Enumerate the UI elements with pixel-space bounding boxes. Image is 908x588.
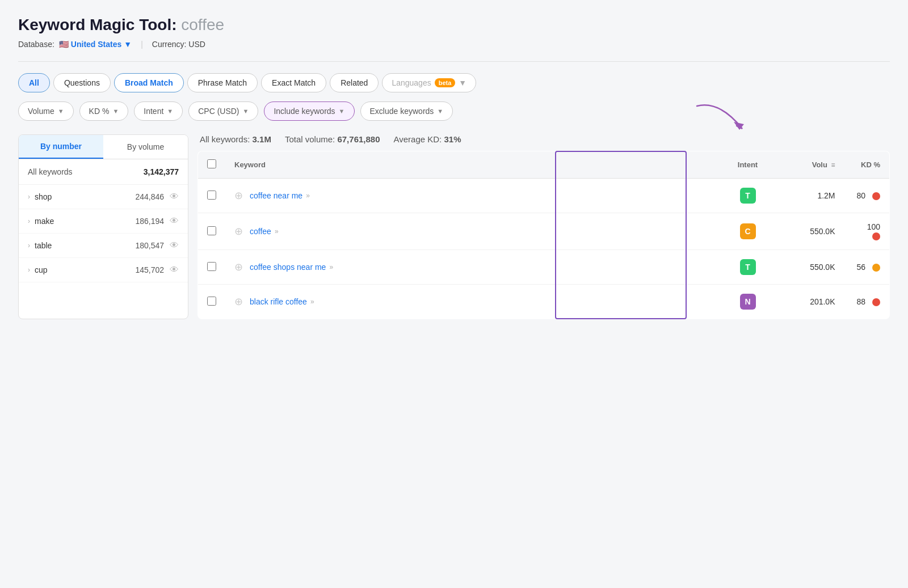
expand-cup-icon[interactable]: › — [28, 266, 30, 274]
languages-label: Languages — [392, 78, 431, 87]
td-checkbox-4 — [198, 285, 226, 319]
th-kd: KD % — [844, 151, 890, 179]
intent-badge-4: N — [740, 294, 756, 310]
td-kd-3: 56 — [844, 250, 890, 285]
tab-all[interactable]: All — [18, 73, 50, 92]
keyword-link-2[interactable]: ⊕ coffee » — [234, 225, 711, 238]
list-item: › make 186,194 👁 — [19, 209, 188, 234]
all-keywords-summary-value: 3.1M — [253, 134, 271, 144]
tab-languages[interactable]: Languages beta ▼ — [382, 73, 476, 92]
total-volume-label: Total volume: 67,761,880 — [285, 134, 380, 144]
intent-filter-chevron-icon: ▼ — [167, 108, 173, 115]
double-arrow-3-icon: » — [329, 263, 333, 271]
currency-label: Currency: USD — [152, 40, 205, 49]
td-intent-3: T — [720, 250, 776, 285]
keyword-table: table — [35, 241, 52, 250]
match-type-tabs: All Questions Broad Match Phrase Match E… — [18, 73, 890, 92]
double-arrow-2-icon: » — [275, 227, 279, 235]
intent-filter[interactable]: Intent ▼ — [134, 101, 183, 121]
table-header: Keyword Intent Volu ≡ KD % — [198, 151, 890, 179]
us-flag-icon: 🇺🇸 — [59, 40, 69, 49]
keyword-link-4[interactable]: ⊕ black rifle coffee » — [234, 295, 711, 308]
keyword-table: Keyword Intent Volu ≡ KD % — [197, 151, 890, 319]
tab-phrase-match[interactable]: Phrase Match — [187, 73, 258, 92]
expand-table-icon[interactable]: › — [28, 242, 30, 249]
count-table: 180,547 — [135, 241, 164, 250]
include-keywords-filter[interactable]: Include keywords ▼ — [264, 101, 354, 121]
eye-table-icon[interactable]: 👁 — [170, 240, 179, 251]
avg-kd-label: Average KD: 31% — [394, 134, 461, 144]
eye-make-icon[interactable]: 👁 — [170, 216, 179, 226]
td-checkbox-3 — [198, 250, 226, 285]
td-intent-1: T — [720, 179, 776, 213]
svg-marker-0 — [734, 122, 744, 130]
expand-shop-icon[interactable]: › — [28, 193, 30, 201]
td-keyword-3: ⊕ coffee shops near me » — [225, 250, 720, 285]
by-number-tab[interactable]: By number — [19, 135, 103, 159]
database-value: United States — [71, 40, 121, 49]
exclude-keywords-filter[interactable]: Exclude keywords ▼ — [360, 101, 453, 121]
kd-filter-label: KD % — [89, 107, 110, 116]
tab-questions[interactable]: Questions — [53, 73, 111, 92]
double-arrow-4-icon: » — [310, 298, 314, 306]
keyword-text-4: black rifle coffee — [250, 297, 307, 306]
beta-badge: beta — [435, 78, 456, 87]
page-title: Keyword Magic Tool: coffee — [18, 16, 890, 34]
intent-badge-3: T — [740, 259, 756, 275]
languages-chevron-icon: ▼ — [459, 78, 466, 87]
expand-make-icon[interactable]: › — [28, 217, 30, 225]
row4-checkbox[interactable] — [207, 297, 216, 306]
by-volume-tab[interactable]: By volume — [103, 135, 188, 159]
count-make: 186,194 — [135, 217, 164, 226]
add-keyword-4-icon[interactable]: ⊕ — [234, 295, 243, 308]
kd-dot-2 — [872, 232, 880, 240]
intent-badge-1: T — [740, 188, 756, 204]
td-kd-1: 80 — [844, 179, 890, 213]
main-content: By number By volume All keywords 3,142,3… — [18, 134, 890, 319]
table-row: ⊕ coffee shops near me » T 550.0K 56 — [198, 250, 890, 285]
td-checkbox-1 — [198, 179, 226, 213]
cpc-filter[interactable]: CPC (USD) ▼ — [188, 101, 258, 121]
kd-filter[interactable]: KD % ▼ — [79, 101, 129, 121]
keyword-table-container: Keyword Intent Volu ≡ KD % — [197, 151, 890, 319]
eye-cup-icon[interactable]: 👁 — [170, 265, 179, 275]
list-item: › cup 145,702 👁 — [19, 258, 188, 282]
right-panel: All keywords: 3.1M Total volume: 67,761,… — [197, 134, 890, 319]
row3-checkbox[interactable] — [207, 262, 216, 271]
list-item: › shop 244,846 👁 — [19, 185, 188, 209]
add-keyword-2-icon[interactable]: ⊕ — [234, 225, 243, 238]
add-keyword-1-icon[interactable]: ⊕ — [234, 189, 243, 202]
td-volume-3: 550.0K — [776, 250, 844, 285]
query-label: coffee — [181, 16, 224, 33]
cpc-filter-label: CPC (USD) — [198, 107, 239, 116]
keyword-link-3[interactable]: ⊕ coffee shops near me » — [234, 261, 711, 273]
th-keyword: Keyword — [225, 151, 720, 179]
tab-exact-match[interactable]: Exact Match — [261, 73, 326, 92]
td-checkbox-2 — [198, 213, 226, 250]
keyword-link-1[interactable]: ⊕ coffee near me » — [234, 189, 711, 202]
intent-filter-label: Intent — [144, 107, 163, 116]
tab-related[interactable]: Related — [330, 73, 379, 92]
all-keywords-summary-label: All keywords: 3.1M — [200, 134, 271, 144]
volume-filter-chevron-icon: ▼ — [58, 108, 64, 115]
left-panel-header: All keywords 3,142,377 — [19, 159, 188, 185]
row1-checkbox[interactable] — [207, 191, 216, 200]
all-keywords-count: 3,142,377 — [144, 167, 179, 176]
database-selector[interactable]: 🇺🇸 United States ▼ — [59, 40, 132, 49]
select-all-checkbox[interactable] — [207, 159, 216, 168]
add-keyword-3-icon[interactable]: ⊕ — [234, 261, 243, 273]
volume-filter[interactable]: Volume ▼ — [18, 101, 74, 121]
td-volume-4: 201.0K — [776, 285, 844, 319]
row2-checkbox[interactable] — [207, 226, 216, 235]
tab-broad-match[interactable]: Broad Match — [114, 73, 184, 92]
keyword-text-1: coffee near me — [250, 191, 302, 200]
cpc-filter-chevron-icon: ▼ — [243, 108, 249, 115]
eye-shop-icon[interactable]: 👁 — [170, 192, 179, 202]
intent-badge-2: C — [740, 223, 756, 239]
volume-sort-icon[interactable]: ≡ — [831, 161, 835, 169]
left-panel-tabs: By number By volume — [19, 135, 188, 159]
td-volume-2: 550.0K — [776, 213, 844, 250]
volume-filter-label: Volume — [28, 107, 54, 116]
avg-kd-value: 31% — [444, 134, 461, 144]
keyword-text-3: coffee shops near me — [250, 263, 326, 272]
